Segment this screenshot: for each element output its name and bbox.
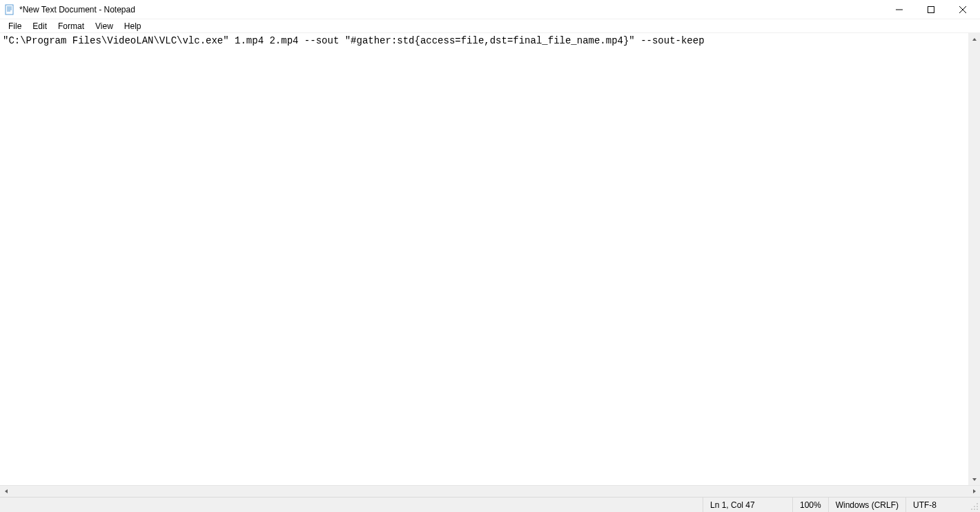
status-spacer	[0, 498, 703, 512]
svg-rect-6	[928, 6, 934, 12]
status-encoding: UTF-8	[905, 498, 968, 512]
svg-point-13	[977, 503, 978, 504]
status-zoom: 100%	[792, 498, 828, 512]
text-editor[interactable]	[0, 33, 980, 485]
svg-point-17	[974, 509, 975, 510]
svg-point-15	[977, 506, 978, 507]
notepad-icon	[4, 4, 15, 15]
statusbar: Ln 1, Col 47 100% Windows (CRLF) UTF-8	[0, 497, 980, 512]
menu-file[interactable]: File	[3, 20, 27, 32]
hscroll-track[interactable]	[12, 486, 968, 497]
svg-marker-10	[972, 478, 977, 481]
svg-point-16	[971, 509, 972, 510]
scroll-down-icon[interactable]	[968, 473, 980, 485]
svg-point-14	[974, 506, 975, 507]
horizontal-scrollbar[interactable]	[0, 485, 980, 497]
svg-marker-9	[972, 38, 977, 41]
maximize-button[interactable]	[915, 0, 947, 19]
menu-view[interactable]: View	[90, 20, 119, 32]
svg-point-18	[977, 509, 978, 510]
menu-edit[interactable]: Edit	[27, 20, 52, 32]
close-button[interactable]	[947, 0, 979, 19]
window-controls	[883, 0, 979, 19]
scroll-up-icon[interactable]	[968, 33, 980, 45]
scroll-right-icon[interactable]	[968, 486, 980, 498]
menubar: File Edit Format View Help	[0, 19, 980, 33]
resize-grip-icon[interactable]	[968, 498, 980, 512]
minimize-button[interactable]	[883, 0, 915, 19]
vertical-scrollbar[interactable]	[968, 33, 980, 485]
status-cursor-position: Ln 1, Col 47	[703, 498, 792, 512]
svg-marker-11	[5, 489, 8, 493]
status-line-ending: Windows (CRLF)	[828, 498, 905, 512]
vscroll-track[interactable]	[968, 45, 980, 473]
titlebar: *New Text Document - Notepad	[0, 0, 980, 19]
window-title: *New Text Document - Notepad	[19, 5, 883, 14]
menu-help[interactable]: Help	[119, 20, 147, 32]
svg-marker-12	[973, 489, 976, 493]
scroll-left-icon[interactable]	[0, 486, 12, 498]
editor-container	[0, 33, 980, 497]
menu-format[interactable]: Format	[52, 20, 90, 32]
